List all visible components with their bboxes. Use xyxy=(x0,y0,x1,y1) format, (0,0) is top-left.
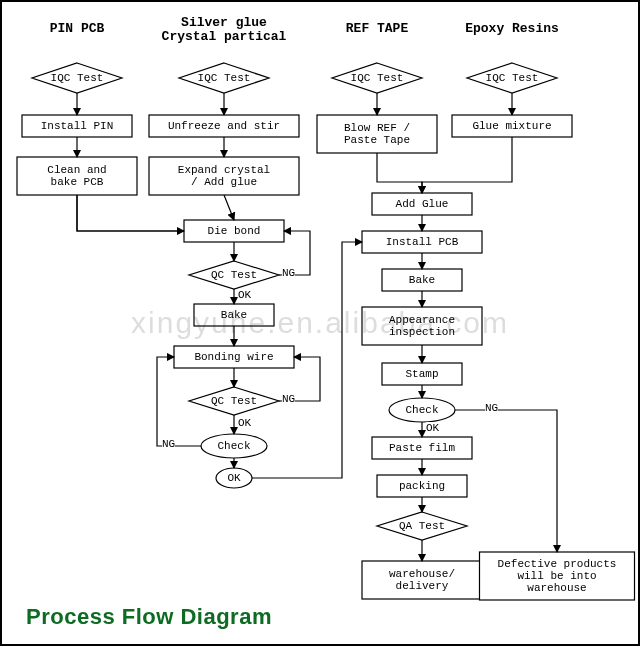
edge-label: OK xyxy=(238,417,251,429)
edge-label: OK xyxy=(426,422,439,434)
node-label: warehouse xyxy=(527,582,586,594)
node-label: / Add glue xyxy=(191,176,257,188)
node-label: Check xyxy=(217,440,250,452)
edge-label: NG xyxy=(282,267,295,279)
node-label: Stamp xyxy=(405,368,438,380)
node-label: IQC Test xyxy=(51,72,104,84)
node-label: warehouse/ xyxy=(389,568,455,580)
node-label: OK xyxy=(227,472,241,484)
node-label: IQC Test xyxy=(486,72,539,84)
node-label: Glue mixture xyxy=(472,120,551,132)
node-label: QC Test xyxy=(211,395,257,407)
node-label: will be into xyxy=(517,570,596,582)
node-label: Install PCB xyxy=(386,236,459,248)
node-label: Clean and xyxy=(47,164,106,176)
diagram-title: Process Flow Diagram xyxy=(26,604,272,630)
flow-edge xyxy=(77,195,184,231)
node-label: packing xyxy=(399,480,445,492)
node-label: Bonding wire xyxy=(194,351,273,363)
node-label: QC Test xyxy=(211,269,257,281)
node-label: bake PCB xyxy=(51,176,104,188)
node-label: Die bond xyxy=(208,225,261,237)
node-label: Paste film xyxy=(389,442,455,454)
node-label: Check xyxy=(405,404,438,416)
node-label: Paste Tape xyxy=(344,134,410,146)
column-header: Silver glue Crystal partical xyxy=(144,16,304,43)
node-label: Bake xyxy=(409,274,435,286)
node-label: Add Glue xyxy=(396,198,449,210)
flow-edge xyxy=(377,153,422,193)
flow-svg: IQC TestInstall PINClean andbake PCBIQC … xyxy=(2,2,640,646)
column-header: Epoxy Resins xyxy=(432,22,592,36)
node-label: Defective products xyxy=(498,558,617,570)
edge-label: NG xyxy=(485,402,498,414)
node-label: IQC Test xyxy=(198,72,251,84)
node-label: Unfreeze and stir xyxy=(168,120,280,132)
node-label: Expand crystal xyxy=(178,164,270,176)
column-header: PIN PCB xyxy=(0,22,157,36)
flow-edge xyxy=(224,195,234,220)
edge-label: NG xyxy=(162,438,175,450)
flow-diagram: IQC TestInstall PINClean andbake PCBIQC … xyxy=(0,0,640,646)
node-label: inspection xyxy=(389,326,455,338)
node-label: IQC Test xyxy=(351,72,404,84)
node-label: Bake xyxy=(221,309,247,321)
edge-label: NG xyxy=(282,393,295,405)
node-label: Appearance xyxy=(389,314,455,326)
edge-label: OK xyxy=(238,289,251,301)
flow-edge xyxy=(77,195,184,231)
node-label: Blow REF / xyxy=(344,122,410,134)
flow-edge xyxy=(455,410,557,552)
node-label: QA Test xyxy=(399,520,445,532)
node-label: delivery xyxy=(396,580,449,592)
node-label: Install PIN xyxy=(41,120,114,132)
